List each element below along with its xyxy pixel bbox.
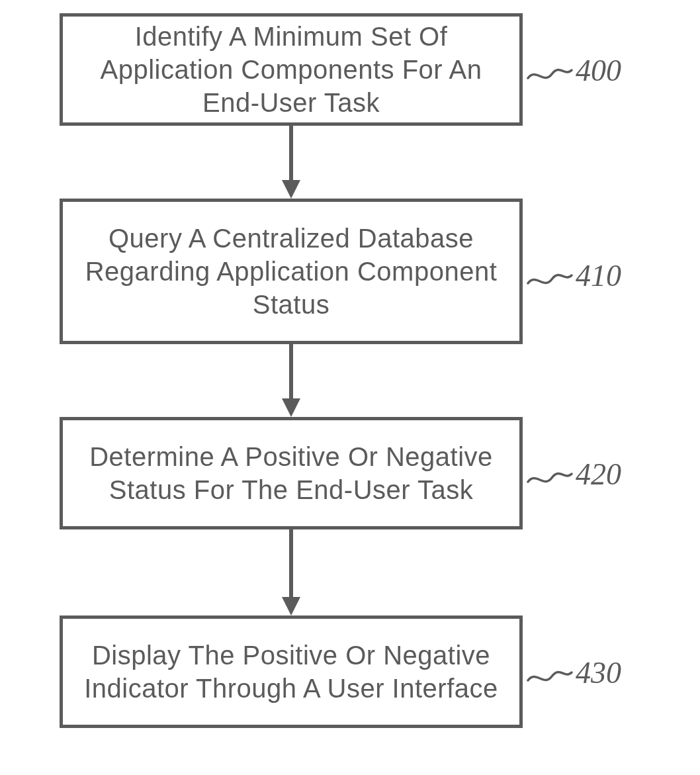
process-box: Identify A Minimum Set Of Application Co… <box>60 13 523 126</box>
label-connector-tilde <box>527 64 573 82</box>
process-box: Display The Positive Or Negative Indicat… <box>60 615 523 728</box>
reference-number: 400 <box>576 53 621 88</box>
label-connector-tilde <box>527 666 573 684</box>
process-text: Query A Centralized Database Regarding A… <box>76 222 506 321</box>
label-connector-tilde <box>527 467 573 486</box>
arrow-connector <box>278 344 304 417</box>
reference-number-text: 410 <box>576 259 621 293</box>
process-box: Query A Centralized Database Regarding A… <box>60 199 523 344</box>
process-text: Identify A Minimum Set Of Application Co… <box>76 20 506 119</box>
label-connector-tilde <box>527 269 573 287</box>
reference-number-text: 420 <box>576 457 621 491</box>
reference-number-text: 430 <box>576 656 621 690</box>
reference-number: 420 <box>576 457 621 492</box>
svg-marker-1 <box>282 180 300 199</box>
reference-number-text: 400 <box>576 54 621 87</box>
process-text: Display The Positive Or Negative Indicat… <box>76 639 506 705</box>
arrow-connector <box>278 126 304 199</box>
reference-number: 430 <box>576 655 621 690</box>
svg-marker-3 <box>282 398 300 417</box>
process-box: Determine A Positive Or Negative Status … <box>60 417 523 529</box>
flowchart-canvas: Identify A Minimum Set Of Application Co… <box>0 0 700 775</box>
arrow-connector <box>278 529 304 615</box>
svg-marker-5 <box>282 597 300 615</box>
reference-number: 410 <box>576 258 621 293</box>
process-text: Determine A Positive Or Negative Status … <box>76 440 506 506</box>
